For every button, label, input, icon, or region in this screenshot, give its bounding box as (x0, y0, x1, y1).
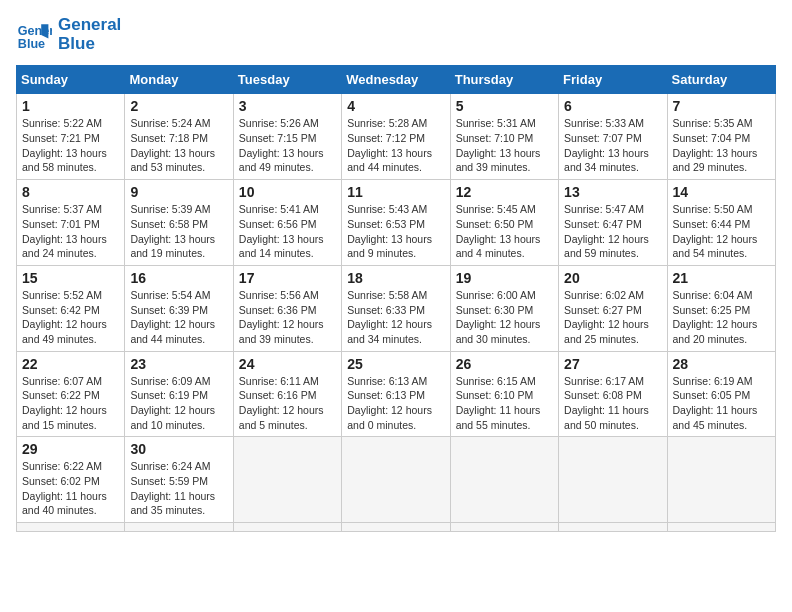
day-info: Sunrise: 5:47 AMSunset: 6:47 PMDaylight:… (564, 202, 661, 261)
calendar-cell: 3Sunrise: 5:26 AMSunset: 7:15 PMDaylight… (233, 94, 341, 180)
calendar-cell: 6Sunrise: 5:33 AMSunset: 7:07 PMDaylight… (559, 94, 667, 180)
day-info: Sunrise: 5:26 AMSunset: 7:15 PMDaylight:… (239, 116, 336, 175)
day-info: Sunrise: 5:41 AMSunset: 6:56 PMDaylight:… (239, 202, 336, 261)
day-info: Sunrise: 6:17 AMSunset: 6:08 PMDaylight:… (564, 374, 661, 433)
day-info: Sunrise: 6:11 AMSunset: 6:16 PMDaylight:… (239, 374, 336, 433)
day-number: 1 (22, 98, 119, 114)
day-number: 12 (456, 184, 553, 200)
calendar-cell (450, 437, 558, 523)
day-number: 9 (130, 184, 227, 200)
day-info: Sunrise: 6:02 AMSunset: 6:27 PMDaylight:… (564, 288, 661, 347)
calendar-cell: 16Sunrise: 5:54 AMSunset: 6:39 PMDayligh… (125, 265, 233, 351)
day-info: Sunrise: 5:52 AMSunset: 6:42 PMDaylight:… (22, 288, 119, 347)
calendar-cell (667, 523, 775, 532)
col-friday: Friday (559, 66, 667, 94)
day-number: 30 (130, 441, 227, 457)
calendar-cell (125, 523, 233, 532)
calendar-cell (17, 523, 125, 532)
day-number: 21 (673, 270, 770, 286)
calendar-cell: 2Sunrise: 5:24 AMSunset: 7:18 PMDaylight… (125, 94, 233, 180)
calendar-cell (559, 523, 667, 532)
calendar-cell (233, 523, 341, 532)
calendar-header-row: Sunday Monday Tuesday Wednesday Thursday… (17, 66, 776, 94)
col-thursday: Thursday (450, 66, 558, 94)
calendar-cell: 22Sunrise: 6:07 AMSunset: 6:22 PMDayligh… (17, 351, 125, 437)
day-number: 26 (456, 356, 553, 372)
svg-text:Blue: Blue (18, 36, 45, 50)
day-info: Sunrise: 5:39 AMSunset: 6:58 PMDaylight:… (130, 202, 227, 261)
day-number: 8 (22, 184, 119, 200)
day-info: Sunrise: 5:43 AMSunset: 6:53 PMDaylight:… (347, 202, 444, 261)
logo-icon: General Blue (16, 17, 52, 53)
calendar-row: 22Sunrise: 6:07 AMSunset: 6:22 PMDayligh… (17, 351, 776, 437)
day-number: 6 (564, 98, 661, 114)
calendar-cell: 18Sunrise: 5:58 AMSunset: 6:33 PMDayligh… (342, 265, 450, 351)
day-info: Sunrise: 5:56 AMSunset: 6:36 PMDaylight:… (239, 288, 336, 347)
calendar-cell: 7Sunrise: 5:35 AMSunset: 7:04 PMDaylight… (667, 94, 775, 180)
day-info: Sunrise: 6:15 AMSunset: 6:10 PMDaylight:… (456, 374, 553, 433)
calendar-cell: 23Sunrise: 6:09 AMSunset: 6:19 PMDayligh… (125, 351, 233, 437)
calendar-row (17, 523, 776, 532)
day-info: Sunrise: 5:33 AMSunset: 7:07 PMDaylight:… (564, 116, 661, 175)
calendar-row: 15Sunrise: 5:52 AMSunset: 6:42 PMDayligh… (17, 265, 776, 351)
day-number: 14 (673, 184, 770, 200)
calendar-cell: 9Sunrise: 5:39 AMSunset: 6:58 PMDaylight… (125, 180, 233, 266)
calendar-table: Sunday Monday Tuesday Wednesday Thursday… (16, 65, 776, 532)
day-info: Sunrise: 5:22 AMSunset: 7:21 PMDaylight:… (22, 116, 119, 175)
day-number: 17 (239, 270, 336, 286)
day-info: Sunrise: 6:24 AMSunset: 5:59 PMDaylight:… (130, 459, 227, 518)
col-sunday: Sunday (17, 66, 125, 94)
day-info: Sunrise: 5:54 AMSunset: 6:39 PMDaylight:… (130, 288, 227, 347)
day-info: Sunrise: 5:28 AMSunset: 7:12 PMDaylight:… (347, 116, 444, 175)
day-info: Sunrise: 5:58 AMSunset: 6:33 PMDaylight:… (347, 288, 444, 347)
calendar-row: 1Sunrise: 5:22 AMSunset: 7:21 PMDaylight… (17, 94, 776, 180)
calendar-cell: 5Sunrise: 5:31 AMSunset: 7:10 PMDaylight… (450, 94, 558, 180)
col-wednesday: Wednesday (342, 66, 450, 94)
day-number: 16 (130, 270, 227, 286)
day-info: Sunrise: 5:45 AMSunset: 6:50 PMDaylight:… (456, 202, 553, 261)
calendar-cell: 25Sunrise: 6:13 AMSunset: 6:13 PMDayligh… (342, 351, 450, 437)
day-number: 13 (564, 184, 661, 200)
day-number: 10 (239, 184, 336, 200)
calendar-cell: 21Sunrise: 6:04 AMSunset: 6:25 PMDayligh… (667, 265, 775, 351)
day-number: 5 (456, 98, 553, 114)
calendar-cell: 17Sunrise: 5:56 AMSunset: 6:36 PMDayligh… (233, 265, 341, 351)
calendar-cell: 26Sunrise: 6:15 AMSunset: 6:10 PMDayligh… (450, 351, 558, 437)
logo: General Blue GeneralBlue (16, 16, 121, 53)
calendar-cell: 1Sunrise: 5:22 AMSunset: 7:21 PMDaylight… (17, 94, 125, 180)
calendar-cell: 12Sunrise: 5:45 AMSunset: 6:50 PMDayligh… (450, 180, 558, 266)
day-number: 4 (347, 98, 444, 114)
calendar-cell: 15Sunrise: 5:52 AMSunset: 6:42 PMDayligh… (17, 265, 125, 351)
day-number: 7 (673, 98, 770, 114)
calendar-cell (559, 437, 667, 523)
calendar-cell: 4Sunrise: 5:28 AMSunset: 7:12 PMDaylight… (342, 94, 450, 180)
calendar-cell: 8Sunrise: 5:37 AMSunset: 7:01 PMDaylight… (17, 180, 125, 266)
calendar-cell: 30Sunrise: 6:24 AMSunset: 5:59 PMDayligh… (125, 437, 233, 523)
day-info: Sunrise: 6:00 AMSunset: 6:30 PMDaylight:… (456, 288, 553, 347)
day-number: 2 (130, 98, 227, 114)
calendar-cell (233, 437, 341, 523)
day-number: 22 (22, 356, 119, 372)
day-number: 20 (564, 270, 661, 286)
col-tuesday: Tuesday (233, 66, 341, 94)
calendar-cell: 28Sunrise: 6:19 AMSunset: 6:05 PMDayligh… (667, 351, 775, 437)
day-info: Sunrise: 6:09 AMSunset: 6:19 PMDaylight:… (130, 374, 227, 433)
calendar-cell: 13Sunrise: 5:47 AMSunset: 6:47 PMDayligh… (559, 180, 667, 266)
day-number: 25 (347, 356, 444, 372)
calendar-cell (450, 523, 558, 532)
calendar-cell: 29Sunrise: 6:22 AMSunset: 6:02 PMDayligh… (17, 437, 125, 523)
day-info: Sunrise: 6:07 AMSunset: 6:22 PMDaylight:… (22, 374, 119, 433)
calendar-row: 29Sunrise: 6:22 AMSunset: 6:02 PMDayligh… (17, 437, 776, 523)
calendar-cell: 19Sunrise: 6:00 AMSunset: 6:30 PMDayligh… (450, 265, 558, 351)
day-info: Sunrise: 6:19 AMSunset: 6:05 PMDaylight:… (673, 374, 770, 433)
calendar-cell: 20Sunrise: 6:02 AMSunset: 6:27 PMDayligh… (559, 265, 667, 351)
logo-text: GeneralBlue (58, 16, 121, 53)
day-info: Sunrise: 5:37 AMSunset: 7:01 PMDaylight:… (22, 202, 119, 261)
calendar-cell: 14Sunrise: 5:50 AMSunset: 6:44 PMDayligh… (667, 180, 775, 266)
day-info: Sunrise: 5:35 AMSunset: 7:04 PMDaylight:… (673, 116, 770, 175)
day-info: Sunrise: 6:22 AMSunset: 6:02 PMDaylight:… (22, 459, 119, 518)
day-info: Sunrise: 6:04 AMSunset: 6:25 PMDaylight:… (673, 288, 770, 347)
day-number: 23 (130, 356, 227, 372)
day-number: 24 (239, 356, 336, 372)
day-number: 18 (347, 270, 444, 286)
